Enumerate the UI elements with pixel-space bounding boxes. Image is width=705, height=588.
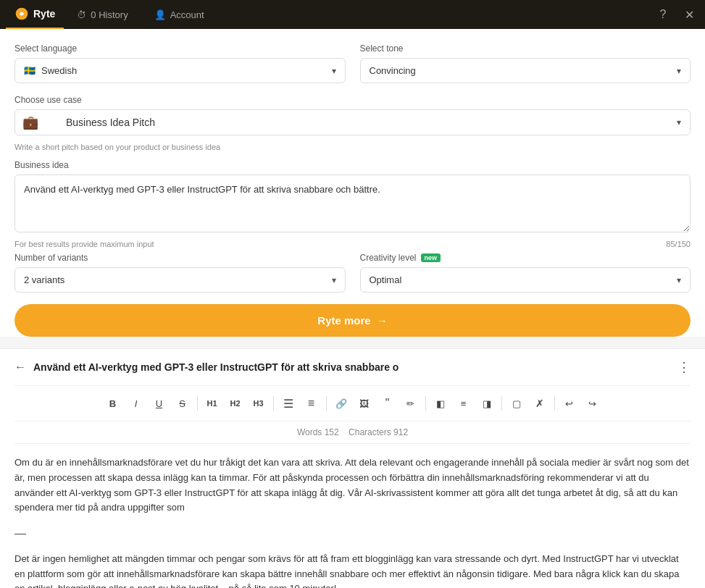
result-title: Använd ett AI-verktyg med GPT-3 eller In… bbox=[33, 361, 670, 373]
editor-toolbar: B I U S H1 H2 H3 ☰ ≡ 🔗 🖼 " ✏ ◧ ≡ ◨ ▢ ✗ ↩… bbox=[14, 386, 691, 421]
nav-logo[interactable]: Ryte bbox=[6, 0, 64, 29]
toolbar-separator-5 bbox=[501, 396, 502, 411]
language-flag: 🇸🇪 bbox=[24, 65, 36, 76]
nav-right: ? ✕ bbox=[653, 4, 699, 25]
toolbar-separator-3 bbox=[326, 396, 327, 411]
ryte-btn-label: Ryte more bbox=[317, 314, 370, 327]
toolbar-separator-6 bbox=[554, 396, 555, 411]
nav-logo-text: Ryte bbox=[33, 8, 55, 20]
variants-value: 2 variants bbox=[24, 274, 64, 285]
ryte-logo-icon bbox=[14, 7, 29, 21]
tone-select[interactable]: Convincing ▾ bbox=[360, 58, 691, 83]
business-idea-label: Business idea bbox=[14, 160, 691, 170]
more-options-icon: ⋮ bbox=[677, 360, 691, 374]
result-header: ← Använd ett AI-verktyg med GPT-3 eller … bbox=[14, 349, 691, 386]
tone-chevron-icon: ▾ bbox=[677, 66, 681, 76]
align-right-button[interactable]: ◨ bbox=[477, 393, 497, 413]
generated-paragraph-2: Det är ingen hemlighet att mängden timma… bbox=[14, 552, 691, 588]
result-section: ← Använd ett AI-verktyg med GPT-3 eller … bbox=[0, 349, 705, 588]
creativity-chevron-icon: ▾ bbox=[677, 275, 681, 285]
main-content: Select language 🇸🇪 Swedish ▾ Select tone… bbox=[0, 29, 705, 337]
list-bullet-button[interactable]: ☰ bbox=[278, 393, 299, 413]
variants-group: Number of variants 2 variants ▾ bbox=[14, 253, 346, 293]
variants-select[interactable]: 2 variants ▾ bbox=[14, 267, 346, 293]
strikethrough-button[interactable]: S bbox=[172, 393, 193, 413]
use-case-group: Choose use case 💼 Business Idea Pitch ▾ … bbox=[14, 95, 691, 151]
use-case-label: Choose use case bbox=[14, 95, 691, 105]
language-chevron-icon: ▾ bbox=[332, 66, 336, 76]
char-count: 85/150 bbox=[666, 240, 691, 248]
creativity-value: Optimal bbox=[370, 274, 402, 285]
language-value: Swedish bbox=[41, 65, 77, 76]
words-count: 152 bbox=[325, 427, 339, 437]
nav-history-label: 0 History bbox=[91, 9, 128, 20]
variants-creativity-row: Number of variants 2 variants ▾ Creativi… bbox=[14, 253, 691, 293]
creativity-group: Creativity level new Optimal ▾ bbox=[360, 253, 691, 293]
language-label: Select language bbox=[14, 43, 346, 54]
use-case-emoji-icon: 💼 bbox=[22, 114, 38, 130]
generated-paragraph-1: Om du är en innehållsmarknadsförare vet … bbox=[14, 455, 691, 516]
toolbar-separator-2 bbox=[273, 396, 274, 411]
creativity-label: Creativity level new bbox=[360, 253, 691, 263]
use-case-select[interactable]: 💼 Business Idea Pitch ▾ bbox=[14, 109, 691, 135]
h3-button[interactable]: H3 bbox=[249, 393, 269, 413]
ryte-more-button[interactable]: Ryte more → bbox=[14, 304, 691, 337]
image-button[interactable]: 🖼 bbox=[354, 393, 375, 413]
h1-button[interactable]: H1 bbox=[202, 393, 222, 413]
highlight-button[interactable]: ✏ bbox=[401, 393, 421, 413]
textarea-hint: For best results provide maximum input bbox=[14, 240, 154, 248]
account-icon: 👤 bbox=[154, 9, 166, 20]
tone-value: Convincing bbox=[370, 65, 416, 76]
nav-account-label: Account bbox=[170, 9, 204, 20]
bold-button[interactable]: B bbox=[103, 393, 123, 413]
undo-button[interactable]: ↩ bbox=[559, 393, 580, 413]
top-nav: Ryte ⏱ 0 History 👤 Account ? ✕ bbox=[0, 0, 705, 29]
chars-count: 912 bbox=[393, 427, 408, 437]
language-select[interactable]: 🇸🇪 Swedish ▾ bbox=[14, 58, 346, 83]
align-left-button[interactable]: ◧ bbox=[430, 393, 451, 413]
variants-label: Number of variants bbox=[14, 253, 346, 263]
use-case-hint: Write a short pitch based on your produc… bbox=[14, 143, 691, 151]
toolbar-separator-4 bbox=[425, 396, 426, 411]
underline-button[interactable]: U bbox=[149, 393, 170, 413]
frame-button[interactable]: ▢ bbox=[506, 393, 527, 413]
dash-separator: — bbox=[14, 524, 691, 543]
language-group: Select language 🇸🇪 Swedish ▾ bbox=[14, 43, 346, 83]
tone-group: Select tone Convincing ▾ bbox=[360, 43, 691, 83]
business-idea-textarea[interactable]: Använd ett AI-verktyg med GPT-3 eller In… bbox=[14, 175, 691, 232]
creativity-select[interactable]: Optimal ▾ bbox=[360, 267, 691, 293]
clear-format-button[interactable]: ✗ bbox=[530, 393, 550, 413]
language-tone-row: Select language 🇸🇪 Swedish ▾ Select tone… bbox=[14, 43, 691, 83]
quote-button[interactable]: " bbox=[377, 393, 398, 413]
close-icon: ✕ bbox=[685, 8, 694, 22]
help-button[interactable]: ? bbox=[653, 4, 673, 25]
generated-content: Om du är en innehållsmarknadsförare vet … bbox=[14, 444, 691, 588]
nav-history[interactable]: ⏱ 0 History bbox=[64, 0, 141, 29]
help-icon: ? bbox=[660, 8, 667, 21]
variants-chevron-icon: ▾ bbox=[332, 275, 336, 285]
textarea-footer: For best results provide maximum input 8… bbox=[14, 240, 691, 248]
history-icon: ⏱ bbox=[77, 9, 86, 20]
tone-label: Select tone bbox=[360, 43, 691, 54]
align-center-button[interactable]: ≡ bbox=[454, 393, 474, 413]
words-label: Words bbox=[297, 427, 322, 437]
back-button[interactable]: ← bbox=[14, 361, 26, 374]
link-button[interactable]: 🔗 bbox=[331, 393, 351, 413]
close-button[interactable]: ✕ bbox=[679, 4, 699, 25]
list-ordered-button[interactable]: ≡ bbox=[301, 393, 322, 413]
creativity-new-badge: new bbox=[421, 253, 441, 262]
redo-button[interactable]: ↪ bbox=[583, 393, 603, 413]
italic-button[interactable]: I bbox=[126, 393, 146, 413]
more-options-button[interactable]: ⋮ bbox=[677, 359, 691, 375]
use-case-chevron-icon: ▾ bbox=[677, 117, 681, 127]
nav-account[interactable]: 👤 Account bbox=[141, 0, 217, 29]
ryte-btn-arrow: → bbox=[377, 314, 388, 327]
use-case-value: Business Idea Pitch bbox=[66, 117, 155, 128]
business-idea-group: Business idea Använd ett AI-verktyg med … bbox=[14, 160, 691, 248]
chars-label: Characters bbox=[349, 427, 391, 437]
h2-button[interactable]: H2 bbox=[225, 393, 246, 413]
toolbar-separator-1 bbox=[197, 396, 198, 411]
word-count-bar: Words 152 Characters 912 bbox=[14, 421, 691, 444]
back-icon: ← bbox=[14, 361, 26, 374]
